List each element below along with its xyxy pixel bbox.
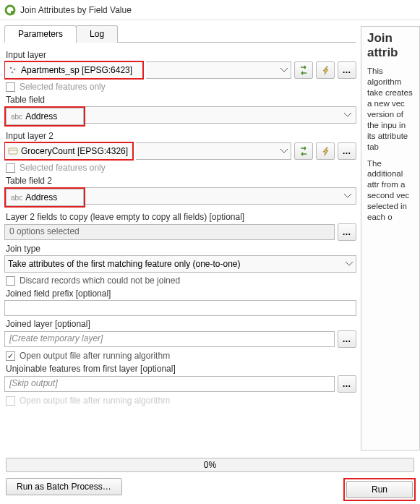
advanced-button[interactable] [316, 61, 335, 79]
chevron-down-icon [344, 194, 351, 198]
selected-only-label: Selected features only [20, 82, 106, 92]
table-field-value: Address [25, 111, 57, 121]
advanced-button-2[interactable] [316, 142, 335, 160]
selected-only-checkbox[interactable] [6, 82, 15, 92]
point-layer-icon [8, 65, 18, 75]
unjoinable-input[interactable]: [Skip output] [4, 376, 335, 392]
joined-layer-input[interactable]: [Create temporary layer] [4, 331, 335, 347]
label-table-field: Table field [6, 95, 356, 105]
run-button[interactable]: Run [346, 481, 413, 498]
open-output2-label: Open output file after running algorithm [20, 396, 170, 406]
open-output-checkbox[interactable] [6, 351, 15, 361]
label-input-layer2: Input layer 2 [6, 131, 356, 141]
bottom-bar: 0% Run as Batch Process… Run [0, 453, 420, 504]
window-title: Join Attributes by Field Value [20, 5, 132, 15]
input-layer-value: Apartments_sp [EPSG:6423] [21, 65, 132, 75]
table-field-combo-ext[interactable] [85, 106, 356, 124]
abc-icon: abc [11, 113, 22, 121]
svg-rect-5 [9, 148, 17, 154]
join-type-value: Take attributes of the first matching fe… [8, 259, 241, 269]
unjoinable-browse[interactable]: … [338, 375, 356, 393]
table-field-combo[interactable]: abc Address [6, 108, 84, 125]
selected-only2-label: Selected features only [20, 163, 106, 173]
input-layer2-combo-ext[interactable] [136, 142, 291, 160]
svg-point-2 [10, 67, 12, 69]
table-field2-value: Address [25, 192, 57, 202]
help-panel: Join attrib This algorithm take creates … [361, 26, 420, 450]
discard-checkbox[interactable] [6, 276, 15, 286]
run-highlight: Run [343, 478, 416, 501]
svg-point-3 [14, 69, 16, 71]
chevron-down-icon [280, 149, 288, 153]
discard-label: Discard records which could not be joine… [20, 276, 180, 286]
chevron-down-icon [280, 68, 288, 72]
iterate-button[interactable] [294, 61, 313, 79]
svg-rect-1 [11, 11, 14, 14]
open-output2-checkbox[interactable] [6, 396, 15, 406]
progress-bar: 0% [6, 458, 414, 472]
browse-button[interactable]: … [338, 61, 356, 79]
iterate-button-2[interactable] [294, 142, 313, 160]
table-field2-combo[interactable]: abc Address [6, 189, 84, 206]
input-layer2-value: GroceryCount [EPSG:4326] [21, 146, 128, 156]
label-join-type: Join type [6, 244, 356, 254]
titlebar: Join Attributes by Field Value [0, 0, 420, 20]
help-p2: The additional attr from a second vec se… [367, 158, 415, 223]
joined-layer-browse[interactable]: … [338, 330, 356, 348]
svg-point-4 [12, 72, 14, 74]
selected-only2-checkbox[interactable] [6, 163, 15, 173]
browse-button-2[interactable]: … [338, 142, 356, 160]
help-p1: This algorithm take creates a new vec ve… [367, 66, 415, 153]
table-field2-hl: abc Address [4, 187, 85, 208]
run-batch-button[interactable]: Run as Batch Process… [6, 478, 122, 495]
parameters-panel: Parameters Log Input layer Apartments_sp… [0, 20, 361, 453]
tab-parameters[interactable]: Parameters [4, 25, 77, 43]
progress-text: 0% [204, 460, 216, 470]
label-input-layer: Input layer [6, 50, 356, 60]
input-layer2-combo[interactable]: GroceryCount [EPSG:4326] [4, 142, 133, 160]
chevron-down-icon [346, 262, 353, 266]
label-joined-layer: Joined layer [optional] [6, 319, 356, 329]
qgis-icon [4, 4, 16, 16]
abc-icon: abc [11, 194, 22, 202]
label-unjoinable: Unjoinable features from first layer [op… [6, 364, 356, 374]
fields-browse-button[interactable]: … [338, 223, 356, 241]
join-type-combo[interactable]: Take attributes of the first matching fe… [4, 255, 356, 273]
tab-log[interactable]: Log [76, 25, 118, 43]
help-title: Join attrib [367, 31, 415, 60]
label-prefix: Joined field prefix [optional] [6, 289, 356, 299]
label-fields-to-copy: Layer 2 fields to copy (leave empty to c… [6, 212, 356, 222]
table-field-hl: abc Address [4, 106, 85, 127]
input-layer-combo[interactable]: Apartments_sp [EPSG:6423] [4, 61, 143, 79]
table-layer-icon [8, 146, 18, 156]
fields-to-copy-input[interactable]: 0 options selected [4, 224, 335, 240]
label-table-field2: Table field 2 [6, 176, 356, 186]
table-field2-combo-ext[interactable] [85, 187, 356, 205]
input-layer-combo-ext[interactable] [146, 61, 291, 79]
chevron-down-icon [344, 113, 351, 117]
open-output-label: Open output file after running algorithm [20, 351, 170, 361]
prefix-input[interactable] [4, 300, 356, 316]
tab-bar: Parameters Log [4, 25, 356, 43]
